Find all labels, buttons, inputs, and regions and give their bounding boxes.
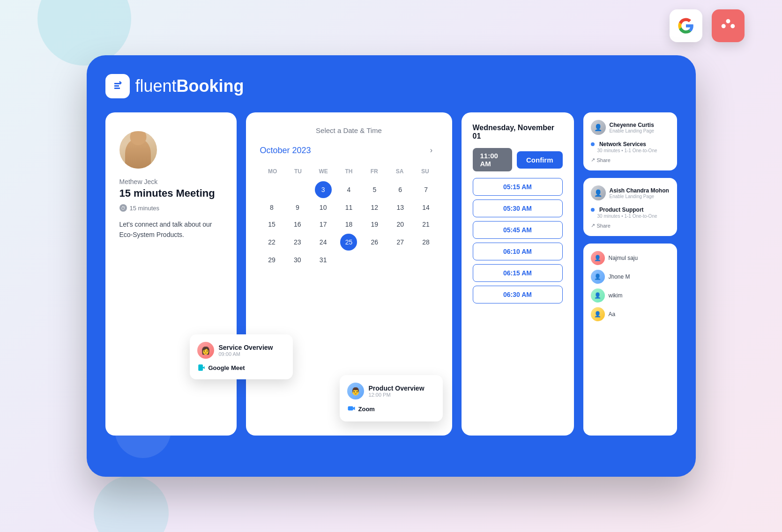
product-overview-popup: 👨 Product Overview 12:00 PM Zoom — [340, 375, 443, 421]
sidebar-subtitle-cheyenne: Enable Landing Page — [610, 128, 655, 133]
cal-day-11[interactable]: 11 — [337, 200, 361, 215]
cal-day-6[interactable]: 6 — [388, 181, 412, 198]
sidebar-service-name-product: Product Support — [599, 207, 644, 213]
confirm-button[interactable]: Confirm — [517, 151, 563, 169]
day-header-mo: MO — [260, 166, 285, 177]
cal-day-17[interactable]: 17 — [311, 217, 335, 232]
day-header-we: WE — [311, 166, 336, 177]
zoom-icon — [347, 404, 356, 414]
logo-text: fluentBooking — [135, 76, 244, 96]
cal-day-12[interactable]: 12 — [363, 200, 387, 215]
cal-day-24[interactable]: 24 — [311, 234, 335, 251]
sidebar-person-jhone: 👤 Jhone M — [591, 270, 670, 284]
select-datetime-label: Select a Date & Time — [260, 126, 438, 134]
cal-day-27[interactable]: 27 — [388, 234, 412, 251]
cal-empty-5 — [388, 252, 412, 267]
cal-empty-2 — [285, 181, 309, 198]
clock-icon: ⏱ — [119, 204, 127, 212]
time-panel: Wednesday, November 01 11:00 AM Confirm … — [462, 112, 574, 436]
cal-day-16[interactable]: 16 — [285, 217, 309, 232]
sidebar-person-aa: 👤 Aa — [591, 307, 670, 321]
cal-day-30[interactable]: 30 — [285, 252, 309, 267]
cal-day-8[interactable]: 8 — [260, 200, 284, 215]
calendar-day-headers: MO TU WE TH FR SA SU — [260, 166, 438, 177]
floating-icons — [670, 9, 745, 42]
cal-day-20[interactable]: 20 — [388, 217, 412, 232]
product-avatar: 👨 — [347, 383, 364, 399]
host-name: Methew Jeck — [119, 178, 223, 185]
sidebar-share-2[interactable]: ↗ Share — [591, 222, 670, 229]
day-header-sa: SA — [387, 166, 412, 177]
sidebar-user-cheyenne: 👤 Cheyenne Curtis Enable Landing Page — [591, 120, 670, 135]
cal-day-3[interactable]: 3 — [311, 181, 335, 198]
svg-rect-1 — [348, 406, 353, 411]
sidebar-avatar-najmul: 👤 — [591, 251, 605, 265]
cal-day-31[interactable]: 31 — [311, 252, 335, 267]
google-icon — [670, 9, 702, 42]
time-slot-0515[interactable]: 05:15 AM — [473, 178, 563, 196]
sidebar-subtitle-asish: Enable Landing Page — [610, 194, 669, 199]
day-header-th: TH — [336, 166, 361, 177]
right-sidebar: 👤 Cheyenne Curtis Enable Landing Page Ne… — [583, 112, 677, 436]
time-slot-0545[interactable]: 05:45 AM — [473, 221, 563, 239]
service-title: Service Overview — [219, 344, 273, 351]
cal-empty-1 — [260, 181, 284, 198]
calendar-header: October 2023 › — [260, 144, 438, 157]
sidebar-name-cheyenne: Cheyenne Curtis — [610, 122, 655, 128]
cal-day-19[interactable]: 19 — [363, 217, 387, 232]
product-title: Product Overview — [369, 384, 425, 392]
sidebar-avatar-wikim: 👤 — [591, 288, 605, 303]
cal-day-21[interactable]: 21 — [414, 217, 438, 232]
logo-area: fluentBooking — [105, 74, 677, 98]
main-content: Methew Jeck 15 minutes Meeting ⏱ 15 minu… — [105, 112, 677, 436]
sidebar-service-meta-product: 30 minutes • 1-1 One-to-One — [597, 214, 670, 219]
sidebar-avatar-asish: 👤 — [591, 185, 606, 200]
day-header-tu: TU — [285, 166, 311, 177]
calendar-panel: Select a Date & Time October 2023 › MO T… — [246, 112, 452, 436]
cal-day-13[interactable]: 13 — [388, 200, 412, 215]
time-slot-0530[interactable]: 05:30 AM — [473, 200, 563, 217]
cal-empty-3 — [337, 252, 361, 267]
sidebar-avatar-aa: 👤 — [591, 307, 605, 321]
sidebar-dot-2 — [591, 208, 595, 212]
asana-icon — [712, 9, 745, 42]
cal-day-9[interactable]: 9 — [285, 200, 309, 215]
cal-day-5[interactable]: 5 — [363, 181, 387, 198]
time-slot-0615[interactable]: 06:15 AM — [473, 264, 563, 282]
sidebar-user-asish: 👤 Asish Chandra Mohon Enable Landing Pag… — [591, 185, 670, 200]
cal-day-7[interactable]: 7 — [414, 181, 438, 198]
cal-day-4[interactable]: 4 — [337, 181, 361, 198]
main-screen: fluentBooking Methew Jeck 15 minutes Mee… — [87, 55, 696, 477]
host-avatar — [119, 131, 157, 169]
cal-day-14[interactable]: 14 — [414, 200, 438, 215]
sidebar-person-wikim: 👤 wikim — [591, 288, 670, 303]
service-time: 09:00 AM — [219, 351, 273, 357]
service-meet: Google Meet — [197, 363, 285, 372]
sidebar-user-info-cheyenne: Cheyenne Curtis Enable Landing Page — [610, 122, 655, 133]
cal-day-10[interactable]: 10 — [311, 200, 335, 215]
cal-day-25[interactable]: 25 — [337, 234, 361, 251]
product-info: Product Overview 12:00 PM — [369, 384, 425, 398]
time-slot-0630[interactable]: 06:30 AM — [473, 286, 563, 303]
cal-day-23[interactable]: 23 — [285, 234, 309, 251]
sidebar-service-name-network: Network Services — [599, 141, 646, 148]
service-avatar: 👩 — [197, 342, 214, 359]
cal-day-29[interactable]: 29 — [260, 252, 284, 267]
product-zoom: Zoom — [347, 404, 435, 414]
sidebar-share-1[interactable]: ↗ Share — [591, 157, 670, 163]
cal-day-26[interactable]: 26 — [363, 234, 387, 251]
cal-day-28[interactable]: 28 — [414, 234, 438, 251]
bg-circle-teal-2 — [94, 476, 169, 532]
calendar-month-year: October 2023 — [260, 146, 311, 155]
product-popup-header: 👨 Product Overview 12:00 PM — [347, 383, 435, 399]
calendar-next-button[interactable]: › — [425, 144, 438, 157]
selected-time-badge: 11:00 AM — [473, 148, 513, 171]
google-meet-icon — [197, 363, 206, 372]
service-popup-header: 👩 Service Overview 09:00 AM — [197, 342, 285, 359]
cal-day-18[interactable]: 18 — [337, 217, 361, 232]
cal-day-15[interactable]: 15 — [260, 217, 284, 232]
cal-day-22[interactable]: 22 — [260, 234, 284, 251]
sidebar-user-info-asish: Asish Chandra Mohon Enable Landing Page — [610, 187, 669, 199]
sidebar-name-wikim: wikim — [609, 292, 623, 299]
time-slot-0610[interactable]: 06:10 AM — [473, 243, 563, 260]
